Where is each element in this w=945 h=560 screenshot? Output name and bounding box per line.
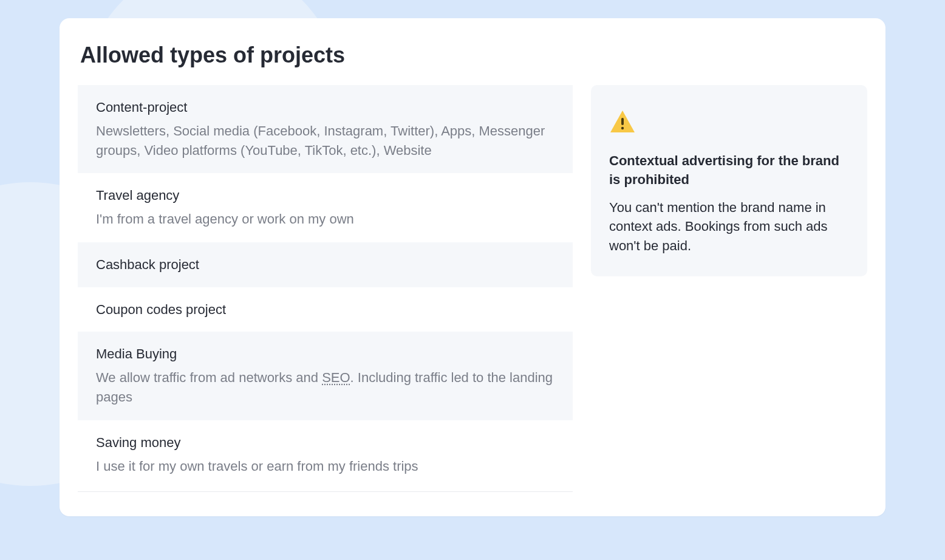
list-item: Cashback project <box>78 242 573 287</box>
list-item-desc: Newsletters, Social media (Facebook, Ins… <box>96 121 554 160</box>
warning-desc: You can't mention the brand name in cont… <box>609 198 849 256</box>
list-item-desc: I'm from a travel agency or work on my o… <box>96 210 554 229</box>
desc-pre: We allow traffic from ad networks and <box>96 370 322 385</box>
list-item-desc: I use it for my own travels or earn from… <box>96 457 554 476</box>
page-title: Allowed types of projects <box>80 43 867 68</box>
list-item-title: Media Buying <box>96 345 554 363</box>
list-item-title: Saving money <box>96 434 554 452</box>
list-item-desc: We allow traffic from ad networks and SE… <box>96 368 554 407</box>
seo-abbr: SEO <box>322 370 350 385</box>
warning-title: Contextual advertising for the brand is … <box>609 152 849 190</box>
svg-rect-1 <box>621 118 624 125</box>
sidebar: Contextual advertising for the brand is … <box>591 85 867 276</box>
list-item: Travel agency I'm from a travel agency o… <box>78 173 573 242</box>
project-type-list: Content-project Newsletters, Social medi… <box>78 85 573 492</box>
list-item-title: Cashback project <box>96 256 554 274</box>
content-row: Content-project Newsletters, Social medi… <box>78 85 867 492</box>
warning-box: Contextual advertising for the brand is … <box>591 85 867 276</box>
list-item: Content-project Newsletters, Social medi… <box>78 85 573 173</box>
list-item: Saving money I use it for my own travels… <box>78 420 573 490</box>
list-item: Media Buying We allow traffic from ad ne… <box>78 332 573 420</box>
svg-point-0 <box>621 127 624 129</box>
list-item-title: Travel agency <box>96 186 554 205</box>
divider <box>78 491 573 492</box>
list-item-title: Coupon codes project <box>96 301 554 319</box>
list-item-title: Content-project <box>96 98 554 117</box>
warning-icon <box>609 109 849 136</box>
list-item: Coupon codes project <box>78 287 573 332</box>
main-card: Allowed types of projects Content-projec… <box>60 18 885 516</box>
